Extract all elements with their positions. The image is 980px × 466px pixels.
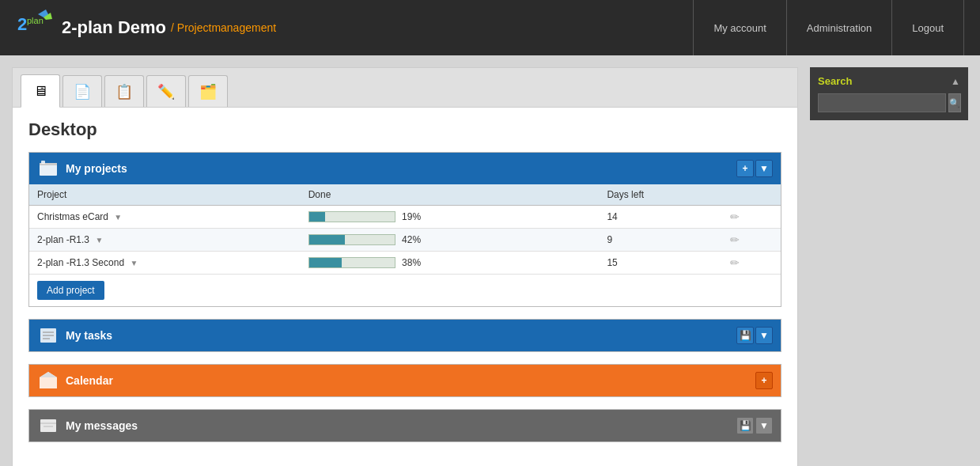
- svg-text:2: 2: [17, 14, 27, 34]
- project-done-cell: 38%: [301, 252, 600, 275]
- progress-bar-fill: [309, 235, 345, 244]
- main-layout: 🖥 📄 📋 ✏️ 🗂️ Desktop: [0, 55, 980, 466]
- my-messages-collapse-btn[interactable]: ▼: [755, 417, 773, 434]
- dropdown-arrow-icon[interactable]: ▼: [130, 259, 138, 267]
- my-messages-save-btn[interactable]: 💾: [736, 417, 754, 434]
- project-edit-cell: ✏: [722, 252, 781, 275]
- progress-bar-container: [308, 257, 395, 268]
- calendar-icon: [38, 370, 59, 391]
- table-row: 2-plan -R1.3 Second ▼ 38% 15 ✏: [29, 252, 781, 275]
- logo-area: 2 plan 2-plan Demo / Projectmanagement: [16, 8, 693, 47]
- header: 2 plan 2-plan Demo / Projectmanagement M…: [0, 0, 980, 55]
- projects-table-header-row: Project Done Days left: [29, 184, 781, 206]
- my-messages-section: My messages 💾 ▼: [28, 409, 781, 442]
- my-projects-section: My projects + ▼ Project Done Days left: [28, 152, 781, 307]
- my-messages-header-icon: [37, 416, 59, 435]
- search-panel: Search ▲ 🔍: [810, 67, 968, 120]
- project-days-left-cell: 15: [599, 252, 721, 275]
- tasks-icon: [39, 327, 58, 344]
- tab-4[interactable]: ✏️: [146, 75, 186, 107]
- add-project-button[interactable]: Add project: [37, 281, 104, 300]
- tab5-icon: 🗂️: [199, 83, 217, 100]
- my-projects-header-icon: [37, 159, 59, 178]
- project-edit-cell: ✏: [722, 229, 781, 252]
- progress-label: 19%: [402, 211, 421, 222]
- calendar-header-icon: [37, 371, 59, 390]
- nav-logout[interactable]: Logout: [892, 0, 964, 55]
- edit-icon[interactable]: ✏: [730, 233, 740, 246]
- svg-marker-12: [40, 372, 57, 377]
- col-done: Done: [301, 184, 600, 206]
- tab-desktop[interactable]: 🖥: [21, 74, 60, 108]
- tab-5[interactable]: 🗂️: [188, 75, 228, 107]
- project-name-cell: 2-plan -R1.3 ▼: [29, 229, 301, 252]
- tab-3[interactable]: 📋: [104, 75, 144, 107]
- search-title-row: Search ▲: [818, 75, 960, 87]
- svg-rect-13: [40, 419, 56, 432]
- progress-bar-fill: [309, 212, 326, 222]
- calendar-add-btn[interactable]: +: [755, 372, 773, 389]
- nav-my-account[interactable]: My account: [693, 0, 786, 55]
- col-days-left: Days left: [599, 184, 721, 206]
- projects-icon: [39, 160, 58, 177]
- tab2-icon: 📄: [74, 83, 91, 100]
- projects-table: Project Done Days left Christmas eCard ▼: [29, 184, 781, 275]
- dropdown-arrow-icon[interactable]: ▼: [95, 236, 103, 244]
- search-input[interactable]: [818, 93, 946, 112]
- my-projects-collapse-btn[interactable]: ▼: [755, 160, 773, 177]
- col-actions: [722, 184, 781, 206]
- svg-text:plan: plan: [27, 16, 44, 25]
- project-name-cell: Christmas eCard ▼: [29, 206, 301, 229]
- my-tasks-header-icon: [37, 326, 59, 345]
- calendar-section: Calendar +: [28, 364, 781, 397]
- progress-label: 38%: [402, 257, 421, 268]
- project-days-left-cell: 9: [599, 229, 721, 252]
- my-projects-add-btn[interactable]: +: [736, 160, 754, 177]
- dropdown-arrow-icon[interactable]: ▼: [114, 213, 122, 222]
- page-title: Desktop: [28, 119, 781, 140]
- tab3-icon: 📋: [115, 83, 133, 100]
- my-tasks-section: My tasks 💾 ▼: [28, 319, 781, 352]
- my-projects-title: My projects: [66, 162, 736, 175]
- my-tasks-collapse-btn[interactable]: ▼: [755, 327, 773, 344]
- my-tasks-header: My tasks 💾 ▼: [29, 320, 781, 351]
- my-messages-actions: 💾 ▼: [736, 417, 773, 434]
- my-tasks-save-btn[interactable]: 💾: [736, 327, 754, 344]
- project-days-left-cell: 14: [599, 206, 721, 229]
- tab4-icon: ✏️: [157, 83, 175, 100]
- table-row: 2-plan -R1.3 ▼ 42% 9 ✏: [29, 229, 781, 252]
- right-sidebar: Search ▲ 🔍: [810, 67, 968, 466]
- edit-icon[interactable]: ✏: [730, 256, 740, 269]
- col-project: Project: [29, 184, 301, 206]
- my-messages-title: My messages: [66, 419, 736, 432]
- search-row: 🔍: [818, 93, 960, 112]
- edit-icon[interactable]: ✏: [730, 210, 740, 223]
- project-done-cell: 42%: [301, 229, 600, 252]
- main-nav: My account Administration Logout: [693, 0, 964, 55]
- search-toggle-icon[interactable]: ▲: [951, 76, 960, 87]
- progress-bar-container: [308, 211, 395, 222]
- calendar-title: Calendar: [66, 374, 755, 387]
- app-subtitle: / Projectmanagement: [171, 21, 276, 34]
- desktop-tab-icon: 🖥: [33, 83, 47, 100]
- nav-administration[interactable]: Administration: [787, 0, 892, 55]
- svg-rect-6: [41, 161, 45, 164]
- table-row: Christmas eCard ▼ 19% 14 ✏: [29, 206, 781, 229]
- my-tasks-title: My tasks: [66, 329, 736, 342]
- my-projects-header: My projects + ▼: [29, 153, 781, 184]
- search-go-button[interactable]: 🔍: [948, 93, 961, 112]
- my-messages-header: My messages 💾 ▼: [29, 410, 781, 441]
- projects-table-body: Christmas eCard ▼ 19% 14 ✏ 2-plan -R1.3 …: [29, 206, 781, 275]
- search-icon: 🔍: [949, 98, 960, 108]
- logo-icon: 2 plan: [16, 8, 55, 47]
- calendar-header: Calendar +: [29, 365, 781, 396]
- project-edit-cell: ✏: [722, 206, 781, 229]
- messages-icon: [39, 417, 58, 434]
- progress-bar-container: [308, 234, 395, 245]
- progress-label: 42%: [402, 234, 421, 245]
- progress-bar-fill: [309, 258, 342, 267]
- calendar-actions: +: [755, 372, 773, 389]
- tab-2[interactable]: 📄: [62, 75, 102, 107]
- project-name-cell: 2-plan -R1.3 Second ▼: [29, 252, 301, 275]
- content-area: 🖥 📄 📋 ✏️ 🗂️ Desktop: [12, 67, 798, 466]
